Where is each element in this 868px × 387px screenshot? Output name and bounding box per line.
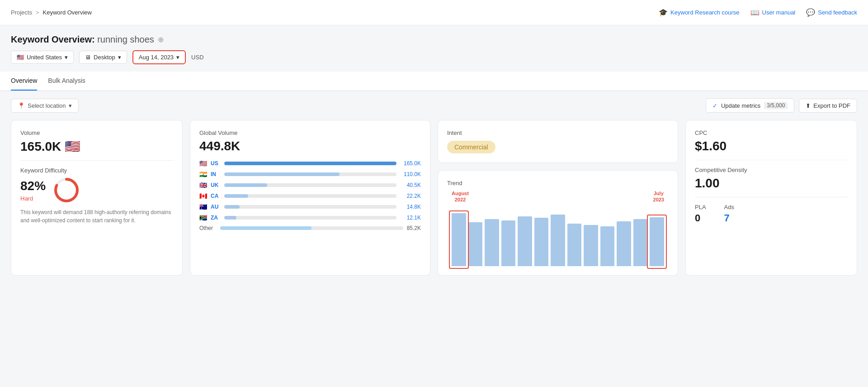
kd-description: This keyword will demand 188 high-author… [20, 208, 173, 225]
currency-label: USD [191, 54, 203, 61]
actions-row: 📍 Select location ▾ ✓ Update metrics 3/5… [11, 98, 857, 113]
country-code: UK [211, 182, 221, 188]
cpc-density-card: CPC $1.60 Competitive Density 1.00 PLA 0… [685, 120, 857, 276]
update-count: 3/5,000 [764, 102, 788, 109]
kd-donut-chart [53, 177, 80, 204]
jul-annotation: July2023 [653, 190, 664, 203]
pla-ads-row: PLA 0 Ads 7 [695, 204, 848, 224]
global-volume-label: Global Volume [199, 129, 421, 136]
page-title-row: Keyword Overview: running shoes ⊕ [11, 34, 857, 45]
trend-bars [452, 207, 664, 266]
aug-highlight [449, 210, 469, 269]
other-label: Other [199, 225, 217, 231]
list-item: 🇺🇸 US 165.0K [199, 160, 421, 167]
uk-flag: 🇬🇧 [199, 182, 207, 189]
trend-bar [567, 224, 582, 266]
select-location-label: Select location [28, 102, 66, 109]
user-manual-link[interactable]: 📖 User manual [750, 8, 796, 17]
page-title: Keyword Overview: running shoes [11, 34, 154, 45]
course-icon: 🎓 [659, 8, 668, 17]
date-label: Aug 14, 2023 [139, 54, 174, 61]
bar-track [224, 216, 396, 220]
user-manual-label: User manual [762, 9, 796, 16]
list-item: 🇮🇳 IN 110.0K [199, 171, 421, 178]
keyword-course-link[interactable]: 🎓 Keyword Research course [659, 8, 739, 17]
filters-row: 🇺🇸 United States ▾ 🖥 Desktop ▾ Aug 14, 2… [11, 50, 857, 64]
breadcrumb-projects[interactable]: Projects [11, 9, 32, 16]
pla-item: PLA 0 [695, 204, 706, 224]
in-flag: 🇮🇳 [199, 171, 207, 178]
top-bar: Projects > Keyword Overview 🎓 Keyword Re… [0, 0, 868, 25]
breadcrumb: Projects > Keyword Overview [11, 9, 92, 16]
update-metrics-button[interactable]: ✓ Update metrics 3/5,000 [706, 98, 794, 113]
country-code: CA [211, 193, 221, 199]
kd-label: Keyword Difficulty [20, 167, 173, 174]
country-vol: 14.8K [400, 204, 421, 210]
bar-fill [224, 172, 340, 176]
bar-track [224, 162, 396, 165]
location-filter[interactable]: 🇺🇸 United States ▾ [11, 51, 74, 64]
country-code: ZA [211, 215, 221, 221]
tabs-row: Overview Bulk Analysis [0, 72, 868, 91]
country-vol: 110.0K [400, 171, 421, 177]
right-actions: ✓ Update metrics 3/5,000 ⬆ Export to PDF [706, 98, 857, 113]
location-label: United States [27, 54, 62, 61]
main-content: Keyword Overview: running shoes ⊕ 🇺🇸 Uni… [0, 25, 868, 387]
other-row: Other 85.2K [199, 225, 421, 231]
card-divider-2 [695, 160, 848, 160]
trend-card: Trend August2022 July2023 [438, 170, 678, 276]
za-flag: 🇿🇦 [199, 214, 207, 221]
trend-bar [534, 218, 549, 266]
other-vol: 85.2K [407, 225, 421, 231]
volume-label: Volume [20, 129, 173, 136]
jul-highlight [647, 215, 667, 269]
intent-badge: Commercial [447, 141, 495, 153]
card-divider-3 [695, 197, 848, 197]
trend-bar [633, 219, 648, 266]
country-bar-list: 🇺🇸 US 165.0K 🇮🇳 IN 110.0K 🇬🇧 [199, 160, 421, 221]
date-filter[interactable]: Aug 14, 2023 ▾ [132, 50, 186, 64]
bar-fill [224, 183, 267, 187]
add-keyword-icon[interactable]: ⊕ [158, 35, 164, 44]
list-item: 🇨🇦 CA 22.2K [199, 192, 421, 200]
global-volume-card: Global Volume 449.8K 🇺🇸 US 165.0K 🇮🇳 IN [190, 120, 430, 276]
update-metrics-label: Update metrics [721, 102, 760, 109]
trend-label: Trend [447, 180, 669, 186]
country-vol: 22.2K [400, 193, 421, 199]
list-item: 🇬🇧 UK 40.5K [199, 182, 421, 189]
kd-level: Hard [20, 195, 46, 202]
device-label: Desktop [94, 54, 115, 61]
bar-fill [224, 205, 240, 209]
country-code: IN [211, 171, 221, 177]
send-feedback-link[interactable]: 💬 Send feedback [806, 8, 857, 17]
volume-flag: 🇺🇸 [65, 139, 80, 153]
trend-bar [501, 220, 516, 266]
trend-bar [650, 217, 664, 266]
bar-track [224, 183, 396, 187]
trend-bar [452, 213, 466, 266]
bar-fill [224, 216, 236, 220]
bar-track [224, 194, 396, 198]
send-feedback-label: Send feedback [818, 9, 857, 16]
difficulty-row: 82% Hard [20, 177, 173, 204]
us-flag: 🇺🇸 [199, 160, 207, 167]
device-filter[interactable]: 🖥 Desktop ▾ [79, 51, 127, 64]
breadcrumb-separator: > [36, 9, 39, 16]
pla-label: PLA [695, 204, 706, 210]
select-location-button[interactable]: 📍 Select location ▾ [11, 99, 79, 113]
trend-bar [518, 216, 532, 267]
trend-bar [584, 225, 598, 266]
device-chevron: ▾ [118, 54, 121, 61]
comp-density-label: Competitive Density [695, 167, 848, 173]
keyword-course-label: Keyword Research course [670, 9, 739, 16]
tab-overview[interactable]: Overview [11, 72, 37, 91]
cpc-value: $1.60 [695, 139, 848, 153]
kd-value: 82% [20, 179, 46, 193]
check-icon: ✓ [712, 102, 717, 109]
difficulty-left: 82% Hard [20, 179, 46, 202]
tab-bulk-analysis[interactable]: Bulk Analysis [48, 72, 85, 91]
export-pdf-button[interactable]: ⬆ Export to PDF [799, 99, 857, 113]
book-icon: 📖 [750, 8, 760, 17]
cpc-label: CPC [695, 129, 848, 136]
ads-value: 7 [724, 212, 734, 224]
